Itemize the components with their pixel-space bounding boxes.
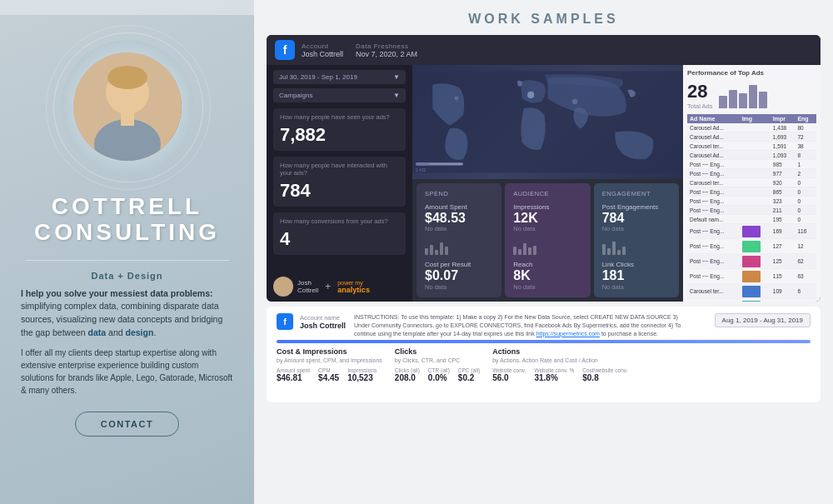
total-ads-label: Total Ads [687, 102, 712, 110]
svg-point-3 [94, 119, 161, 161]
ad-engagement-cell: 0 [795, 215, 816, 224]
spend-chart [425, 238, 493, 255]
amount-spent-val: $46.81 [277, 373, 310, 382]
ad-image-cell [740, 151, 771, 160]
ad-name-cell: Carousel ter... [687, 178, 740, 187]
engagement-card: Engagement Post Engagements 784 No data [594, 183, 679, 297]
cbar5 [759, 92, 767, 108]
attr-info: JoshCottrell [297, 279, 318, 294]
abar2 [518, 249, 521, 255]
table-row: Post ~~ Eng...3230 [687, 197, 816, 206]
metric-card-1: How many people have seen your ads? 7,88… [273, 108, 406, 151]
svg-point-8 [454, 97, 458, 101]
ebar3 [612, 242, 616, 255]
svg-rect-10 [416, 162, 429, 165]
ad-engagement-cell: 0 [795, 197, 816, 206]
cost-values: Amount spent $46.81 CPM $4.45 Impression… [277, 367, 382, 382]
amount-spent-item: Amount Spent $48.53 No data [425, 203, 493, 233]
dashboard-top-card: f Account Josh Cottrell Data Freshness N… [267, 35, 821, 302]
svg-point-7 [572, 99, 578, 105]
dash-right-panel: 2,432 Spend Amount Spent $48.53 [412, 65, 683, 302]
ad-image-cell [740, 269, 771, 284]
avatar [73, 52, 182, 161]
post-eng-value: 784 [602, 211, 671, 226]
world-map-area: 2,432 [412, 65, 683, 179]
table-row: Carousel Ad...1,0938 [687, 151, 816, 160]
dropdown-arrow2: ▼ [393, 92, 400, 99]
cpm-col: CPM $4.45 [318, 367, 339, 382]
col-impr: Impr [771, 114, 796, 123]
svg-point-1 [106, 71, 149, 114]
ads-table: Ad Name Img Impr Eng Carousel Ad...1,438… [687, 114, 816, 302]
contact-button[interactable]: CONTACT [75, 412, 179, 437]
brand-line1: COTTRELL [34, 194, 220, 220]
date-filter[interactable]: Jul 30, 2019 - Sep 1, 2019 ▼ [273, 70, 406, 84]
ebar2 [607, 248, 611, 255]
ad-impressions-cell: 1,093 [771, 151, 796, 160]
col-image: Img [740, 114, 771, 123]
ad-image-cell [740, 123, 771, 132]
dash-account-info: Account Josh Cottrell Data Freshness Nov… [302, 42, 417, 58]
engagement-chart [602, 238, 671, 255]
clicks-all-col: Clicks (all) 208.0 [395, 367, 420, 382]
table-row: Post ~~ Eng...9851 [687, 160, 816, 169]
ad-image-cell [740, 215, 771, 224]
cpm-val: $4.45 [318, 373, 339, 382]
ad-image-cell [740, 254, 771, 269]
dashboard-area: f Account Josh Cottrell Data Freshness N… [254, 35, 833, 504]
ctr-col: CTR (all) 0.0% [428, 367, 450, 382]
ad-impressions-cell: 865 [771, 187, 796, 197]
table-row: Post ~~ Eng...12712 [687, 239, 816, 254]
metric1-value: 7,882 [280, 124, 399, 146]
table-row: Carousel ter...1,59138 [687, 142, 816, 151]
work-samples-header: WORK SAMPLES [254, 0, 833, 35]
ad-impressions-cell: 920 [771, 178, 796, 187]
and-text: and [108, 327, 125, 337]
cost-per-result-item: Cost per Result $0.07 No data [425, 261, 493, 291]
ad-impressions-cell: 195 [771, 215, 796, 224]
cost-website-label: Cost/website conv. [582, 367, 627, 373]
total-ads-count-col: 28 Total Ads [687, 81, 712, 110]
impressions-val-label: Impressions [347, 367, 377, 373]
sidebar-description: I help you solve your messiest data prob… [0, 287, 254, 397]
engagement-title: Engagement [602, 190, 671, 197]
ebar1 [602, 244, 606, 255]
ad-name-cell: Post ~~ Eng... [687, 254, 740, 269]
metric2-question: How many people have interacted with you… [280, 162, 399, 177]
ad-image-cell [740, 160, 771, 169]
dash-metrics-row: Spend Amount Spent $48.53 No data [412, 179, 683, 302]
post-eng-item: Post Engagements 784 No data [602, 203, 671, 233]
bar5 [445, 247, 448, 255]
cpm-val-label: CPM [318, 367, 339, 373]
bottom-date-filter[interactable]: Aug 1, 2019 - Aug 31, 2019 [715, 313, 811, 327]
col-ad-name: Ad Name [687, 114, 740, 123]
sidebar-para2: I offer all my clients deep startup expe… [21, 347, 233, 397]
table-row: Carousel Ad...1,69372 [687, 132, 816, 142]
account-label: Account [302, 42, 343, 50]
ad-engagement-cell: 6 [795, 284, 816, 299]
ad-engagement-cell: 62 [795, 254, 816, 269]
post-eng-sub: No data [602, 225, 671, 232]
brand-name: COTTRELL CONSULTING [17, 182, 237, 250]
link-clicks-item: Link Clicks 181 No data [602, 261, 671, 291]
ad-impressions-cell: 1,693 [771, 132, 796, 142]
table-row: Default nam...1950 [687, 215, 816, 224]
profile-circle [61, 40, 194, 173]
ctr-val: 0.0% [428, 373, 450, 382]
metric1-question: How many people have seen your ads? [280, 113, 399, 121]
campaign-filter[interactable]: Campaigns ▼ [273, 88, 406, 102]
ad-image-cell [740, 142, 771, 151]
description-text: I help you solve your messiest data prob… [21, 288, 222, 337]
bar2 [430, 245, 433, 255]
ad-engagement-cell: 72 [795, 132, 816, 142]
post-eng-label: Post Engagements [602, 203, 671, 211]
instructions-link[interactable]: https://supermetrics.com [536, 331, 600, 337]
ad-image-cell [740, 187, 771, 197]
ad-engagement-cell: 34 [795, 299, 816, 302]
amount-spent-sub: No data [425, 225, 493, 232]
ebar5 [622, 247, 626, 255]
ad-image-cell [740, 197, 771, 206]
dash-table-panel: Performance of Top Ads 28 Total Ads [683, 65, 821, 302]
ad-name-cell: Post ~~ Eng... [687, 187, 740, 197]
ad-impressions-cell: 985 [771, 160, 796, 169]
